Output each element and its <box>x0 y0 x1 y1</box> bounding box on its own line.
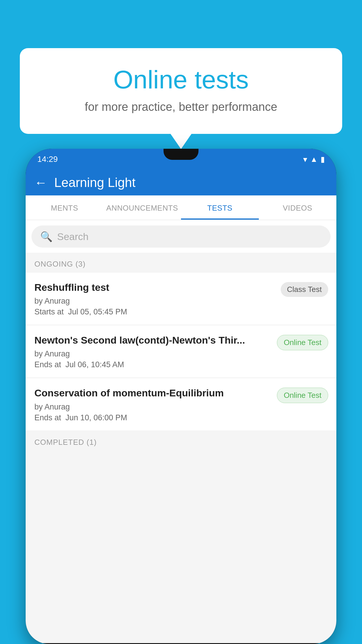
speech-bubble-subtitle: for more practice, better performance <box>43 100 319 113</box>
status-time: 14:29 <box>37 155 58 164</box>
test-item-content: Conservation of momentum-Equilibrium by … <box>34 386 277 422</box>
test-badge-online: Online Test <box>277 388 328 403</box>
test-item-author: by Anurag <box>34 297 275 306</box>
test-item[interactable]: Newton's Second law(contd)-Newton's Thir… <box>26 326 336 378</box>
back-button[interactable]: ← <box>34 176 47 189</box>
status-bar: 14:29 <box>26 149 336 170</box>
status-icons <box>303 155 325 164</box>
test-item-name: Reshuffling test <box>34 281 275 294</box>
test-item-author: by Anurag <box>34 402 271 412</box>
test-item-time: Ends at Jun 10, 06:00 PM <box>34 413 271 422</box>
test-item[interactable]: Conservation of momentum-Equilibrium by … <box>26 378 336 430</box>
tab-videos[interactable]: VIDEOS <box>259 195 337 220</box>
test-item-name: Conservation of momentum-Equilibrium <box>34 386 271 399</box>
wifi-icon <box>303 155 307 164</box>
tabs-bar: MENTS ANNOUNCEMENTS TESTS VIDEOS <box>26 195 336 220</box>
app-header: ← Learning Light <box>26 170 336 195</box>
test-item-name: Newton's Second law(contd)-Newton's Thir… <box>34 334 271 346</box>
signal-icon <box>310 155 318 164</box>
speech-bubble: Online tests for more practice, better p… <box>20 48 342 134</box>
test-badge-class: Class Test <box>281 282 328 297</box>
ongoing-section-header: ONGOING (3) <box>26 253 336 273</box>
phone-content: 🔍 Search ONGOING (3) Reshuffling test by… <box>26 220 336 643</box>
app-title: Learning Light <box>54 175 136 190</box>
test-item-content: Newton's Second law(contd)-Newton's Thir… <box>34 334 277 369</box>
speech-bubble-title: Online tests <box>43 66 319 94</box>
test-item-time: Ends at Jul 06, 10:45 AM <box>34 360 271 369</box>
tab-ments[interactable]: MENTS <box>26 195 103 220</box>
test-badge-online: Online Test <box>277 335 328 350</box>
search-bar-wrap: 🔍 Search <box>26 220 336 253</box>
completed-section-header: COMPLETED (1) <box>26 431 336 451</box>
phone-notch <box>164 149 198 160</box>
search-input[interactable]: Search <box>57 231 89 242</box>
search-icon: 🔍 <box>40 231 52 242</box>
test-item[interactable]: Reshuffling test by Anurag Starts at Jul… <box>26 273 336 325</box>
test-item-author: by Anurag <box>34 349 271 358</box>
search-bar[interactable]: 🔍 Search <box>31 225 331 248</box>
phone-frame: 14:29 ← Learning Light MENTS ANNOUNCEMEN… <box>26 149 336 644</box>
test-item-time: Starts at Jul 05, 05:45 PM <box>34 307 275 316</box>
battery-icon <box>321 155 325 164</box>
tab-tests[interactable]: TESTS <box>181 195 259 220</box>
tab-announcements[interactable]: ANNOUNCEMENTS <box>103 195 181 220</box>
test-item-content: Reshuffling test by Anurag Starts at Jul… <box>34 281 281 316</box>
